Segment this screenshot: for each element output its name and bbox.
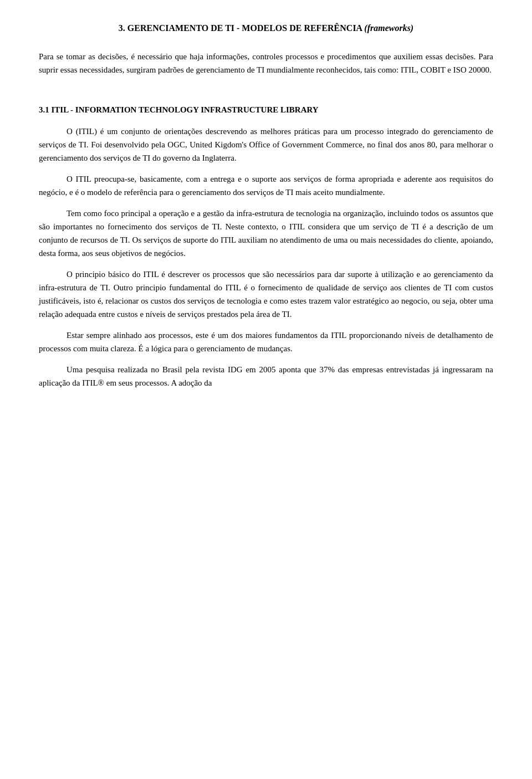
section-title: 3.1 ITIL - INFORMATION TECHNOLOGY INFRAS… <box>39 105 493 115</box>
chapter-title: 3. GERENCIAMENTO DE TI - MODELOS DE REFE… <box>39 22 493 34</box>
section-paragraph-4: O principio básico do ITIL é descrever o… <box>39 268 493 321</box>
chapter-title-italic: (frameworks) <box>364 23 413 33</box>
chapter-title-text: 3. GERENCIAMENTO DE TI - MODELOS DE REFE… <box>119 23 364 33</box>
section-paragraph-2: O ITIL preocupa-se, basicamente, com a e… <box>39 172 493 199</box>
spacer <box>39 84 493 93</box>
page: 3. GERENCIAMENTO DE TI - MODELOS DE REFE… <box>0 0 532 779</box>
section-paragraph-5: Estar sempre alinhado aos processos, est… <box>39 329 493 355</box>
intro-paragraph: Para se tomar as decisões, é necessário … <box>39 50 493 76</box>
section-paragraph-1: O (ITIL) é um conjunto de orientações de… <box>39 125 493 165</box>
section-paragraph-6: Uma pesquisa realizada no Brasil pela re… <box>39 363 493 390</box>
section-paragraph-3: Tem como foco principal a operação e a g… <box>39 207 493 260</box>
